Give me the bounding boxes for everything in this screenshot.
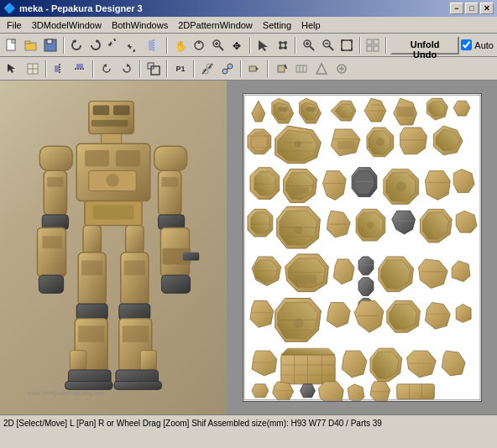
robot-model: www.brentpapercraft.blog.com <box>17 89 210 399</box>
svg-rect-78 <box>113 105 129 115</box>
rotate-ccw-button[interactable] <box>97 60 116 78</box>
svg-marker-206 <box>358 257 374 275</box>
svg-rect-107 <box>121 253 149 305</box>
sep3 <box>249 37 251 54</box>
status-text: 2D [Select/Move] L [Pan] R or Wheel Drag… <box>3 419 382 428</box>
svg-point-25 <box>284 46 287 49</box>
svg-rect-110 <box>119 304 150 320</box>
svg-rect-102 <box>161 275 190 293</box>
svg-marker-251 <box>369 382 390 401</box>
svg-rect-5 <box>47 39 52 44</box>
toolbar-2: P1 <box>0 57 497 81</box>
extra-tool-3[interactable] <box>332 60 351 78</box>
svg-marker-178 <box>453 169 474 193</box>
menu-file[interactable]: File <box>2 18 27 32</box>
svg-rect-96 <box>37 228 65 277</box>
open-button[interactable] <box>23 36 40 55</box>
grab-tool-button[interactable]: ✋ <box>171 36 189 55</box>
svg-marker-157 <box>400 128 426 154</box>
maximize-button[interactable]: □ <box>465 3 479 14</box>
svg-rect-204 <box>295 275 317 284</box>
unfolded-pattern <box>243 94 481 401</box>
rotate-part-button[interactable] <box>272 60 290 78</box>
page-number-button[interactable]: P1 <box>171 60 190 78</box>
svg-marker-229 <box>456 305 471 323</box>
join-edge-button[interactable] <box>218 60 237 78</box>
svg-rect-138 <box>396 107 413 117</box>
zoom-tool-button[interactable] <box>209 36 227 55</box>
auto-checkbox-container: Auto <box>461 39 494 50</box>
rotate-model-left-button[interactable] <box>68 36 86 55</box>
svg-rect-100 <box>183 253 199 261</box>
svg-rect-91 <box>47 177 63 187</box>
svg-marker-46 <box>8 64 15 73</box>
svg-point-23 <box>284 41 287 44</box>
menu-bothwindows[interactable]: BothWindows <box>107 18 173 32</box>
rotate-model-right-button[interactable] <box>87 36 105 55</box>
select-move-button[interactable] <box>3 60 22 78</box>
svg-marker-9 <box>128 46 132 49</box>
grid-button[interactable] <box>364 36 382 55</box>
svg-text:www.brentpapercraft.blog.com: www.brentpapercraft.blog.com <box>27 390 105 397</box>
flip-v-button[interactable] <box>71 60 89 78</box>
auto-checkbox[interactable] <box>461 39 472 50</box>
extra-tool-2[interactable] <box>312 60 331 78</box>
move-part-button[interactable] <box>245 60 264 78</box>
sep1 <box>63 37 65 54</box>
svg-marker-215 <box>249 301 273 328</box>
svg-rect-88 <box>39 146 72 170</box>
svg-point-24 <box>279 46 282 49</box>
svg-marker-244 <box>442 351 465 376</box>
zoom-in-button[interactable] <box>300 36 317 55</box>
svg-rect-115 <box>123 326 149 341</box>
svg-rect-109 <box>76 304 107 320</box>
menu-3dmodelwindow[interactable]: 3DModelWindow <box>27 18 107 32</box>
svg-rect-44 <box>367 46 372 51</box>
menu-help[interactable]: Help <box>296 18 326 32</box>
new-button[interactable] <box>3 36 21 55</box>
svg-marker-193 <box>391 211 415 234</box>
svg-marker-122 <box>251 101 264 122</box>
svg-point-192 <box>366 221 373 228</box>
menu-2dpatternwindow[interactable]: 2DPatternWindow <box>173 18 258 32</box>
cut-edge-button[interactable] <box>198 60 217 78</box>
menu-setting[interactable]: Setting <box>258 18 296 32</box>
scale-button[interactable] <box>144 60 163 78</box>
svg-marker-180 <box>250 212 269 233</box>
close-button[interactable]: ✕ <box>480 3 494 14</box>
extra-tool-1[interactable] <box>292 60 311 78</box>
sep2-4 <box>166 60 168 77</box>
rotate-tool-button[interactable] <box>190 36 207 55</box>
svg-point-175 <box>395 182 405 192</box>
rotate-cw-button[interactable] <box>118 60 136 78</box>
select-face-2d-button[interactable] <box>24 60 42 78</box>
fit-button[interactable] <box>338 36 356 55</box>
rotate-model-up-button[interactable] <box>107 36 124 55</box>
svg-point-63 <box>222 69 228 74</box>
svg-marker-214 <box>452 261 470 282</box>
svg-point-221 <box>293 318 303 328</box>
save-button[interactable] <box>42 36 60 55</box>
3d-view[interactable]: www.brentpapercraft.blog.com <box>0 81 227 414</box>
svg-point-127 <box>282 107 287 112</box>
svg-text:✋: ✋ <box>175 39 186 52</box>
2d-pattern-view[interactable] <box>227 81 497 414</box>
svg-marker-227 <box>425 303 450 330</box>
rotate-model-down-button[interactable] <box>126 36 144 55</box>
select-face-button[interactable] <box>254 36 272 55</box>
unfold-undo-button[interactable]: Unfold Undo <box>390 36 459 55</box>
svg-rect-83 <box>116 150 140 166</box>
svg-rect-103 <box>83 226 101 254</box>
svg-text:✥: ✥ <box>233 40 241 52</box>
move-vertex-button[interactable] <box>274 36 291 55</box>
svg-marker-230 <box>251 351 276 376</box>
minimize-button[interactable]: − <box>450 3 463 14</box>
sep2-7 <box>267 60 269 77</box>
status-bar: 2D [Select/Move] L [Pan] R or Wheel Drag… <box>0 414 497 431</box>
zoom-out-button[interactable] <box>319 36 337 55</box>
mirror-button[interactable] <box>145 36 163 55</box>
pan-tool-button[interactable]: ✥ <box>228 36 246 55</box>
svg-rect-89 <box>154 146 187 170</box>
svg-rect-113 <box>70 351 86 371</box>
flip-h-button[interactable] <box>50 60 69 78</box>
